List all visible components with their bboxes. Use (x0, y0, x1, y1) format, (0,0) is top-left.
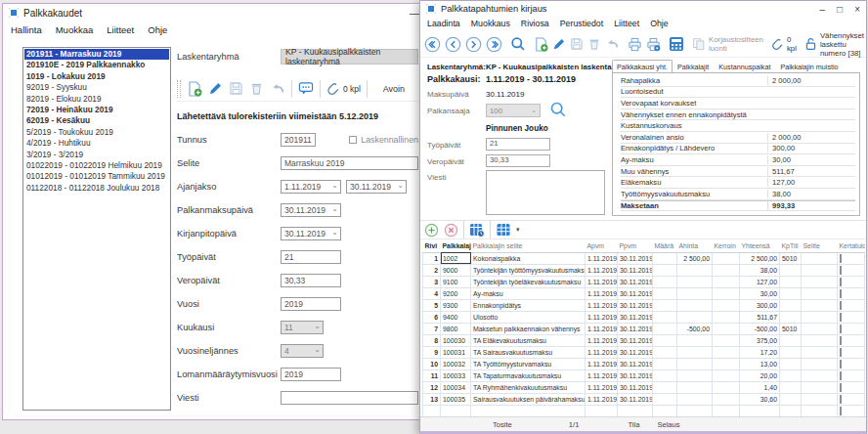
nav-last-icon[interactable] (486, 36, 502, 53)
cell-selite2[interactable] (802, 323, 838, 334)
cell-rivi[interactable]: 10 (423, 358, 441, 369)
add-row-icon[interactable] (424, 223, 439, 238)
column-header-kptili[interactable]: KpTili (780, 239, 802, 252)
cell-rivi[interactable]: 8 (423, 334, 441, 346)
cell-kptili[interactable] (780, 276, 802, 287)
kertatulo-checkbox[interactable] (840, 266, 842, 275)
cell-ppvm[interactable]: 30.11.2019 (618, 346, 653, 358)
cell-selite2[interactable] (802, 358, 838, 369)
cell-kptili[interactable] (780, 393, 802, 405)
cell-yhteensa[interactable]: 17,20 (740, 346, 780, 358)
kirjanpitopaiva-datepicker[interactable]: 30.11.2019 (281, 227, 341, 240)
cell-apvm[interactable]: 1.11.2019 (586, 323, 618, 334)
menu-item-riviosa[interactable]: Riviosa (521, 19, 549, 28)
ajanjakso-start-datepicker[interactable]: 1.11.2019 (281, 180, 341, 194)
kertatulo-checkbox[interactable] (840, 360, 842, 369)
cell-maara[interactable] (653, 264, 677, 276)
minimize-button[interactable]: — (410, 8, 419, 19)
cell-selite[interactable]: Sairausvakuutuksen päivärahamaksu (471, 393, 586, 405)
cell-selite2[interactable] (802, 287, 838, 299)
cell-yhteensa[interactable]: 30,60 (740, 393, 780, 405)
cell-yhteensa[interactable] (740, 405, 780, 416)
cell-selite2[interactable] (802, 334, 838, 346)
cell-apvm[interactable]: 1.11.2019 (586, 381, 618, 393)
period-list-item[interactable]: 01122018 - 01122018 Joulukuu 2018 (24, 183, 169, 194)
cell-selite[interactable]: Ay-maksu (471, 287, 586, 299)
cell-ahinta[interactable] (677, 299, 713, 311)
grid-view-icon[interactable] (496, 222, 511, 238)
laskennallinen-checkbox[interactable] (349, 136, 357, 144)
undo-icon[interactable] (270, 81, 285, 96)
comment-icon[interactable] (298, 81, 314, 96)
cell-kertatulo[interactable] (838, 264, 865, 276)
period-list-item[interactable]: 201911 - Marraskuu 2019 (24, 49, 169, 60)
cell-ahinta[interactable] (677, 346, 713, 358)
new-document-icon[interactable] (534, 37, 548, 52)
cell-kptili[interactable] (780, 334, 802, 346)
cell-kertatulo[interactable] (838, 405, 865, 416)
column-header-ppvm[interactable]: Ppvm (618, 239, 653, 252)
table-row-empty[interactable] (423, 405, 865, 416)
cell-palkkalaji[interactable]: 9800 (441, 323, 471, 334)
cell-palkkalaji[interactable]: 9100 (441, 276, 471, 287)
table-row[interactable]: 79800Maksetun palkkaennakon vähennys1.11… (423, 323, 865, 334)
cell-selite2[interactable] (802, 299, 838, 311)
cell-kptili[interactable] (780, 311, 802, 323)
cell-ahinta[interactable] (677, 393, 713, 405)
cell-maara[interactable] (653, 276, 677, 287)
delete-row-icon[interactable] (444, 223, 458, 238)
vuosineljannes-select[interactable]: 4 (281, 344, 324, 358)
period-list[interactable]: 201911 - Marraskuu 2019201910E - 2019 Pa… (22, 47, 171, 411)
cell-kptili[interactable] (780, 299, 802, 311)
cell-selite2[interactable] (802, 264, 838, 276)
cell-yhteensa[interactable]: 2 500,00 (740, 252, 780, 264)
column-header-palkkalaji[interactable]: Palkkalaji (441, 239, 471, 252)
cell-maara[interactable] (653, 287, 677, 299)
cell-palkkalaji[interactable]: 100033 (441, 369, 471, 381)
tab-palkkakausi-yht-[interactable]: Palkkakausi yht. (612, 60, 673, 73)
titlebar-palkkakaudet[interactable]: Palkkakaudet — (3, 4, 425, 22)
save-icon[interactable] (570, 37, 584, 51)
table-row[interactable]: 11100033TA Tapaturmavakuutusmaksu1.11.20… (423, 369, 865, 381)
cell-kerroin[interactable] (713, 323, 740, 334)
cell-yhteensa[interactable]: 38,00 (740, 264, 780, 276)
selite-input[interactable]: Marraskuu 2019 (281, 156, 418, 170)
table-row[interactable]: 39100Työntekijän työeläkevakuutusmaksu1.… (423, 276, 865, 287)
cell-ppvm[interactable]: 30.11.2019 (618, 287, 653, 299)
cell-apvm[interactable]: 1.11.2019 (586, 334, 618, 346)
period-list-item[interactable]: 201910E - 2019 Palkkaennakko (24, 60, 169, 70)
cell-rivi[interactable] (423, 405, 441, 416)
cell-kerroin[interactable] (713, 393, 740, 405)
cell-apvm[interactable]: 1.11.2019 (586, 393, 618, 405)
cell-maara[interactable] (653, 299, 677, 311)
kertatulo-checkbox[interactable] (840, 407, 842, 415)
period-list-item[interactable]: 1019 - Lokakuu 2019 (24, 71, 169, 82)
table-row[interactable]: 29000Työntekijän työttömyysvakuutusmaksu… (423, 264, 865, 276)
cell-ppvm[interactable] (618, 405, 653, 416)
cell-maara[interactable] (653, 323, 677, 334)
cell-selite2[interactable] (802, 311, 838, 323)
korjaustosite-button[interactable]: Korjaustositteen luonti (692, 35, 763, 53)
cell-kertatulo[interactable] (838, 252, 865, 264)
cell-apvm[interactable]: 1.11.2019 (586, 369, 618, 381)
cell-palkkalaji[interactable]: 9400 (441, 311, 471, 323)
cell-yhteensa[interactable]: 127,00 (740, 276, 780, 287)
cell-rivi[interactable]: 12 (423, 381, 441, 393)
lomanmaaraytymisvuosi-input[interactable]: 2019 (281, 368, 341, 381)
new-document-icon[interactable] (187, 81, 202, 97)
cell-apvm[interactable]: 1.11.2019 (586, 252, 618, 264)
cell-palkkalaji[interactable]: 9000 (441, 264, 471, 276)
minimize-button[interactable]: – (820, 4, 826, 15)
cell-selite2[interactable] (802, 346, 838, 358)
cell-maara[interactable] (653, 311, 677, 323)
cell-kerroin[interactable] (713, 311, 740, 323)
period-list-item[interactable]: 01012019 - 01012019 Tammikuu 2019 (24, 171, 169, 182)
cell-apvm[interactable]: 1.11.2019 (586, 287, 618, 299)
cell-selite[interactable]: TA Eläkevakuutusmaksu (471, 334, 586, 346)
cell-yhteensa[interactable]: 20,00 (740, 369, 780, 381)
menu-item-ohje[interactable]: Ohje (148, 24, 167, 35)
save-icon[interactable] (229, 81, 243, 96)
cell-rivi[interactable]: 2 (423, 264, 441, 276)
menu-item-muokkaus[interactable]: Muokkaus (471, 19, 510, 28)
tab-palkkalajit[interactable]: Palkkalajit (673, 60, 714, 73)
